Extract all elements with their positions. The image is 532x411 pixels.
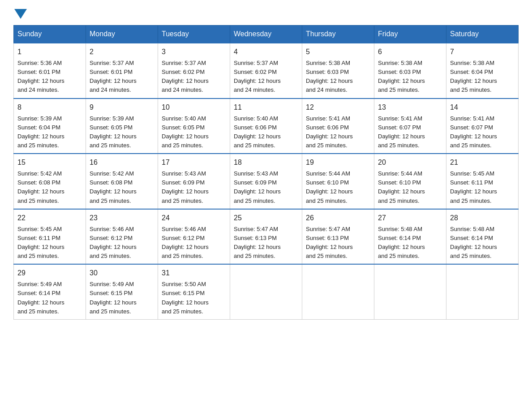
calendar-day-cell: 8Sunrise: 5:39 AMSunset: 6:04 PMDaylight… [14, 98, 86, 154]
calendar-day-cell: 13Sunrise: 5:41 AMSunset: 6:07 PMDayligh… [374, 98, 446, 154]
calendar-day-cell: 28Sunrise: 5:48 AMSunset: 6:14 PMDayligh… [446, 209, 519, 265]
day-number: 19 [306, 157, 370, 168]
day-number: 28 [450, 213, 515, 223]
day-info: Sunrise: 5:37 AMSunset: 6:02 PMDaylight:… [234, 59, 298, 95]
calendar-week-row: 1Sunrise: 5:36 AMSunset: 6:01 PMDaylight… [14, 43, 519, 98]
calendar-week-row: 15Sunrise: 5:42 AMSunset: 6:08 PMDayligh… [14, 154, 519, 209]
day-number: 7 [450, 47, 515, 57]
calendar-day-cell: 26Sunrise: 5:47 AMSunset: 6:13 PMDayligh… [302, 209, 374, 265]
header-monday: Monday [86, 26, 158, 43]
day-info: Sunrise: 5:50 AMSunset: 6:15 PMDaylight:… [162, 280, 226, 316]
day-number: 11 [234, 102, 298, 113]
day-number: 15 [17, 157, 82, 168]
day-number: 30 [90, 268, 154, 278]
day-info: Sunrise: 5:46 AMSunset: 6:12 PMDaylight:… [162, 225, 226, 261]
calendar-day-cell: 16Sunrise: 5:42 AMSunset: 6:08 PMDayligh… [86, 154, 158, 209]
day-info: Sunrise: 5:47 AMSunset: 6:13 PMDaylight:… [234, 225, 298, 261]
day-number: 1 [17, 47, 82, 57]
calendar-day-cell: 30Sunrise: 5:49 AMSunset: 6:15 PMDayligh… [86, 264, 158, 319]
calendar-day-cell: 18Sunrise: 5:43 AMSunset: 6:09 PMDayligh… [230, 154, 302, 209]
day-info: Sunrise: 5:38 AMSunset: 6:03 PMDaylight:… [378, 59, 442, 95]
calendar-day-cell: 11Sunrise: 5:40 AMSunset: 6:06 PMDayligh… [230, 98, 302, 154]
day-info: Sunrise: 5:40 AMSunset: 6:06 PMDaylight:… [234, 114, 298, 150]
day-number: 29 [17, 268, 82, 278]
calendar-day-cell: 6Sunrise: 5:38 AMSunset: 6:03 PMDaylight… [374, 43, 446, 98]
calendar-day-cell: 7Sunrise: 5:38 AMSunset: 6:04 PMDaylight… [446, 43, 519, 98]
calendar-day-cell: 23Sunrise: 5:46 AMSunset: 6:12 PMDayligh… [86, 209, 158, 265]
calendar-day-cell: 20Sunrise: 5:44 AMSunset: 6:10 PMDayligh… [374, 154, 446, 209]
logo-triangle-icon [14, 9, 27, 19]
day-info: Sunrise: 5:49 AMSunset: 6:15 PMDaylight:… [90, 280, 154, 316]
day-info: Sunrise: 5:45 AMSunset: 6:11 PMDaylight:… [450, 169, 515, 206]
empty-cell [230, 264, 302, 319]
day-info: Sunrise: 5:45 AMSunset: 6:11 PMDaylight:… [17, 225, 82, 261]
calendar-day-cell: 10Sunrise: 5:40 AMSunset: 6:05 PMDayligh… [158, 98, 230, 154]
day-number: 17 [162, 157, 226, 168]
header-sunday: Sunday [14, 26, 86, 43]
calendar-day-cell: 12Sunrise: 5:41 AMSunset: 6:06 PMDayligh… [302, 98, 374, 154]
calendar-day-cell: 2Sunrise: 5:37 AMSunset: 6:01 PMDaylight… [86, 43, 158, 98]
calendar-header-row: Sunday Monday Tuesday Wednesday Thursday… [14, 26, 519, 43]
day-info: Sunrise: 5:44 AMSunset: 6:10 PMDaylight:… [306, 169, 370, 206]
day-info: Sunrise: 5:48 AMSunset: 6:14 PMDaylight:… [450, 225, 515, 261]
day-info: Sunrise: 5:41 AMSunset: 6:07 PMDaylight:… [378, 114, 442, 150]
header-saturday: Saturday [446, 26, 519, 43]
day-info: Sunrise: 5:44 AMSunset: 6:10 PMDaylight:… [378, 169, 442, 206]
empty-cell [302, 264, 374, 319]
day-number: 9 [90, 102, 154, 113]
day-number: 4 [234, 47, 298, 57]
day-number: 26 [306, 213, 370, 223]
calendar-day-cell: 14Sunrise: 5:41 AMSunset: 6:07 PMDayligh… [446, 98, 519, 154]
calendar-day-cell: 25Sunrise: 5:47 AMSunset: 6:13 PMDayligh… [230, 209, 302, 265]
calendar-day-cell: 29Sunrise: 5:49 AMSunset: 6:14 PMDayligh… [14, 264, 86, 319]
empty-cell [374, 264, 446, 319]
header-thursday: Thursday [302, 26, 374, 43]
calendar-day-cell: 27Sunrise: 5:48 AMSunset: 6:14 PMDayligh… [374, 209, 446, 265]
calendar-day-cell: 15Sunrise: 5:42 AMSunset: 6:08 PMDayligh… [14, 154, 86, 209]
day-number: 13 [378, 102, 442, 113]
day-number: 10 [162, 102, 226, 113]
calendar-table: Sunday Monday Tuesday Wednesday Thursday… [13, 25, 519, 320]
day-info: Sunrise: 5:48 AMSunset: 6:14 PMDaylight:… [378, 225, 442, 261]
day-number: 24 [162, 213, 226, 223]
day-info: Sunrise: 5:37 AMSunset: 6:02 PMDaylight:… [162, 59, 226, 95]
day-info: Sunrise: 5:47 AMSunset: 6:13 PMDaylight:… [306, 225, 370, 261]
day-number: 14 [450, 102, 515, 113]
calendar-week-row: 8Sunrise: 5:39 AMSunset: 6:04 PMDaylight… [14, 98, 519, 154]
calendar-day-cell: 17Sunrise: 5:43 AMSunset: 6:09 PMDayligh… [158, 154, 230, 209]
day-info: Sunrise: 5:49 AMSunset: 6:14 PMDaylight:… [17, 280, 82, 316]
day-info: Sunrise: 5:36 AMSunset: 6:01 PMDaylight:… [17, 59, 82, 95]
calendar-day-cell: 9Sunrise: 5:39 AMSunset: 6:05 PMDaylight… [86, 98, 158, 154]
calendar-day-cell: 24Sunrise: 5:46 AMSunset: 6:12 PMDayligh… [158, 209, 230, 265]
calendar-week-row: 29Sunrise: 5:49 AMSunset: 6:14 PMDayligh… [14, 264, 519, 319]
day-info: Sunrise: 5:42 AMSunset: 6:08 PMDaylight:… [17, 169, 82, 206]
header-tuesday: Tuesday [158, 26, 230, 43]
day-info: Sunrise: 5:39 AMSunset: 6:04 PMDaylight:… [17, 114, 82, 150]
day-info: Sunrise: 5:39 AMSunset: 6:05 PMDaylight:… [90, 114, 154, 150]
day-info: Sunrise: 5:43 AMSunset: 6:09 PMDaylight:… [162, 169, 226, 206]
header-wednesday: Wednesday [230, 26, 302, 43]
day-info: Sunrise: 5:41 AMSunset: 6:06 PMDaylight:… [306, 114, 370, 150]
calendar-day-cell: 1Sunrise: 5:36 AMSunset: 6:01 PMDaylight… [14, 43, 86, 98]
day-info: Sunrise: 5:40 AMSunset: 6:05 PMDaylight:… [162, 114, 226, 150]
day-info: Sunrise: 5:46 AMSunset: 6:12 PMDaylight:… [90, 225, 154, 261]
day-number: 21 [450, 157, 515, 168]
day-number: 12 [306, 102, 370, 113]
day-info: Sunrise: 5:42 AMSunset: 6:08 PMDaylight:… [90, 169, 154, 206]
day-number: 27 [378, 213, 442, 223]
calendar-day-cell: 4Sunrise: 5:37 AMSunset: 6:02 PMDaylight… [230, 43, 302, 98]
day-number: 16 [90, 157, 154, 168]
day-number: 6 [378, 47, 442, 57]
day-number: 5 [306, 47, 370, 57]
calendar-day-cell: 19Sunrise: 5:44 AMSunset: 6:10 PMDayligh… [302, 154, 374, 209]
calendar-day-cell: 22Sunrise: 5:45 AMSunset: 6:11 PMDayligh… [14, 209, 86, 265]
calendar-day-cell: 21Sunrise: 5:45 AMSunset: 6:11 PMDayligh… [446, 154, 519, 209]
day-number: 25 [234, 213, 298, 223]
day-number: 31 [162, 268, 226, 278]
day-number: 20 [378, 157, 442, 168]
calendar-week-row: 22Sunrise: 5:45 AMSunset: 6:11 PMDayligh… [14, 209, 519, 265]
logo [13, 9, 28, 17]
day-number: 3 [162, 47, 226, 57]
day-number: 23 [90, 213, 154, 223]
day-number: 22 [17, 213, 82, 223]
